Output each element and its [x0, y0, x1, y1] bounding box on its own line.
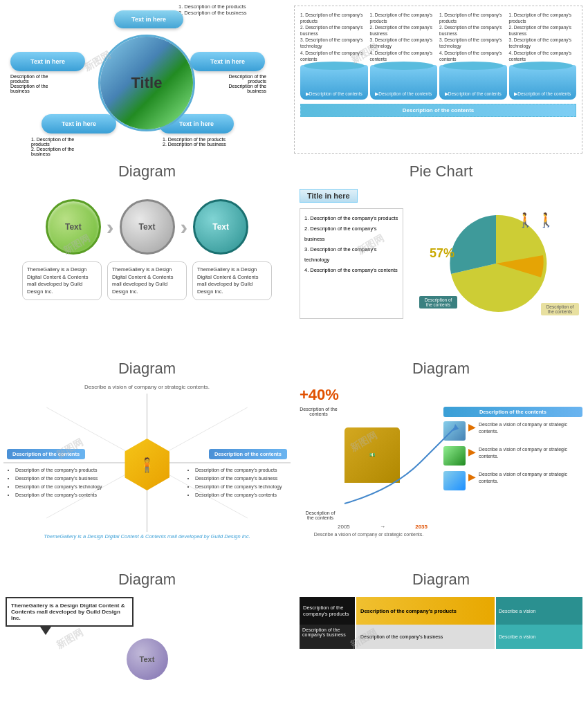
- teal-col: Describe a vision Describe a vision: [496, 597, 582, 649]
- desc-bot-left: 1. Description of the products 2. Descri…: [31, 137, 93, 156]
- process-box-3: ThemeGallery is a Design Digital Content…: [192, 261, 272, 300]
- diagram-label-3: Diagram: [294, 360, 588, 378]
- credits: ThemeGallery is a Design Digital Content…: [3, 533, 291, 540]
- hex-center: 🧍: [125, 439, 169, 490]
- left-bullets: Description of the company's products De…: [7, 466, 102, 499]
- diagram-label-1: Diagram: [0, 163, 294, 181]
- highlight-cell: Description of the company's products: [356, 597, 495, 625]
- pie-item-3: 3. Description of the company's technolo…: [304, 244, 398, 265]
- desc-bar-title: Description of the contents: [443, 407, 582, 417]
- cylinder-3: ▶Description of the contents: [439, 65, 507, 100]
- years-row: 2005 → 2035: [338, 524, 428, 530]
- person-figures: 🚶 🚶: [517, 212, 555, 228]
- person-orange: 🚶: [538, 212, 555, 228]
- center-title: Title: [100, 37, 193, 129]
- teal-cell-2: Describe a vision: [496, 625, 582, 649]
- left-bar: Description of the contents: [7, 449, 85, 459]
- card-2-arrow: ▶: [468, 446, 476, 457]
- card-1-arrow: ▶: [468, 421, 476, 432]
- arrow-2: ›: [181, 214, 188, 240]
- vision-text: Describe a vision of company or strategi…: [3, 384, 291, 390]
- process-circle-3: Text: [193, 199, 248, 255]
- pie-item-2: 2. Description of the company's business: [304, 223, 398, 244]
- cylinder-2: ▶Description of the contents: [370, 65, 438, 100]
- process-box-1: ThemeGallery is a Design Digital Content…: [22, 261, 102, 300]
- teal-cell: Describe a vision: [496, 597, 582, 625]
- pie-desc1: Description of the contents: [419, 296, 457, 309]
- process-circle-2: Text: [120, 199, 175, 255]
- bottom-desc-bar: Description of the contents: [300, 104, 576, 117]
- person-blue: 🚶: [517, 212, 534, 228]
- diamond-content: 🧍 Description of the contents Descriptio…: [3, 394, 291, 532]
- col2-text: 1. Description of the company's products…: [370, 12, 438, 62]
- desc-bot-right: 1. Description of the products 2. Descri…: [163, 137, 239, 147]
- card-1: ▶ Describe a vision of company or strate…: [443, 421, 582, 441]
- col4-text: 1. Description of the company's products…: [509, 12, 577, 62]
- bottom-right-table: 新图网 Description of the company's product…: [294, 591, 588, 709]
- plus40: +40%: [300, 386, 582, 404]
- card-1-text: Describe a vision of company or strategi…: [479, 421, 582, 435]
- hex-btn-bot-left[interactable]: Text in here: [42, 114, 116, 133]
- bottom-left-diagram: 新图网 ThemeGallery is a Design Digital Con…: [0, 591, 294, 709]
- diamond-diagram: 新图网 Describe a vision of company or stra…: [0, 380, 294, 567]
- bottom-circle: Text: [127, 638, 168, 680]
- pie-visual: 🚶 🚶 57% Description of the contents Desc…: [409, 208, 582, 319]
- pie-content: 1. Description of the company's products…: [300, 208, 582, 319]
- col3-text: 1. Description of the company's products…: [439, 12, 507, 62]
- arrow-1: ›: [107, 214, 114, 240]
- black-cell-2: Description of the company's business: [300, 625, 355, 649]
- pie-percent: 57%: [430, 246, 454, 261]
- process-diagram: 新图网 Text › Text › Text ThemeGallery is a…: [0, 183, 294, 356]
- hex-btn-mid-right[interactable]: Text in here: [190, 52, 265, 71]
- process-circle-1: Text: [46, 199, 101, 255]
- process-boxes: ThemeGallery is a Design Digital Content…: [6, 261, 288, 300]
- pie-desc2: Description of the contents: [541, 303, 579, 315]
- table-section: 新图网 1. Description of the company's prod…: [294, 6, 582, 154]
- desc-mid-right: Description of the products Description …: [211, 74, 266, 93]
- black-col: Description of the company's products De…: [300, 597, 355, 649]
- card-3-arrow: ▶: [468, 471, 476, 482]
- bottom-table: Description of the company's products De…: [300, 597, 582, 649]
- chart-section: 新图网 +40% Description of the contents 💵: [294, 380, 588, 567]
- chart-left: Description of the contents 💵: [300, 407, 438, 537]
- right-bullets: Description of the company's products De…: [187, 466, 287, 499]
- card-3: ▶ Describe a vision of company or strate…: [443, 471, 582, 490]
- pie-chart: 新图网 Title in here 1. Description of the …: [294, 183, 588, 356]
- pie-title: Title in here: [300, 189, 358, 203]
- cylinder-4: ▶Description of the contents: [509, 65, 577, 100]
- hex-btn-mid-left[interactable]: Text in here: [10, 52, 85, 71]
- x-label: Describe a vision of company or strategi…: [300, 532, 438, 537]
- pie-list: 1. Description of the company's products…: [300, 208, 403, 319]
- table-col-2: 1. Description of the company's products…: [370, 12, 438, 100]
- y-label-bottom: Description of the contents: [303, 510, 338, 520]
- diagram-label-4: Diagram: [0, 571, 294, 589]
- gray-cell: Description of the company's business: [356, 625, 495, 649]
- black-cell-1: Description of the company's products: [300, 597, 355, 625]
- page: 新图网 1. Description of the products 2. De…: [0, 0, 588, 709]
- y-label-top: Description of the contents: [300, 407, 338, 416]
- hex-person: 🧍: [138, 457, 156, 473]
- table-col-1: 1. Description of the company's products…: [300, 12, 368, 100]
- desc-cards: Description of the contents ▶ Describe a…: [443, 407, 582, 537]
- hex-btn-top[interactable]: Text in here: [114, 10, 183, 28]
- callout-tail: [40, 627, 51, 635]
- right-bar: Description of the contents: [209, 449, 287, 459]
- callout-box: ThemeGallery is a Design Digital Content…: [6, 597, 134, 627]
- process-circles: Text › Text › Text: [6, 199, 288, 255]
- pie-item-1: 1. Description of the company's products: [304, 213, 398, 223]
- card-3-text: Describe a vision of company or strategi…: [479, 471, 582, 485]
- chart-area: 💵: [338, 421, 438, 510]
- chart-svg: [338, 421, 462, 510]
- chart-and-cards: Description of the contents 💵: [300, 407, 582, 537]
- bottom-circle-row: Text: [6, 638, 288, 680]
- svg-marker-4: [453, 424, 459, 431]
- process-box-2: ThemeGallery is a Design Digital Content…: [107, 261, 187, 300]
- card-2: ▶ Describe a vision of company or strate…: [443, 446, 582, 466]
- card-2-text: Describe a vision of company or strategi…: [479, 446, 582, 460]
- hex-diagram-section: 新图网 1. Description of the products 2. De…: [0, 0, 288, 159]
- diagram-label-2: Diagram: [0, 360, 294, 378]
- center-circle: Title: [98, 35, 195, 131]
- highlight-col: Description of the company's products De…: [356, 597, 495, 649]
- desc-mid-left: Description of the products Description …: [10, 74, 66, 93]
- pie-item-4: 4. Description of the company's contents: [304, 265, 398, 275]
